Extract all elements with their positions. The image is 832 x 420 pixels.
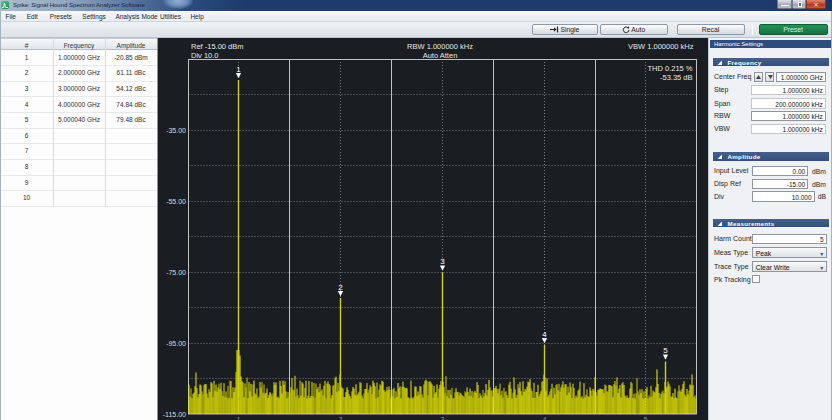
svg-text:THD 0.215 %: THD 0.215 % [647,64,692,73]
svg-text:2: 2 [339,416,343,420]
svg-text:-75.00: -75.00 [166,269,186,276]
svg-text:Div 10.0: Div 10.0 [191,51,219,60]
svg-text:4: 4 [542,330,547,339]
svg-text:3: 3 [441,416,445,420]
svg-text:5: 5 [644,416,648,420]
svg-text:1: 1 [236,65,241,74]
svg-text:1: 1 [237,416,241,420]
svg-text:RBW 1.000000 kHz: RBW 1.000000 kHz [407,42,473,51]
svg-text:3: 3 [440,257,445,266]
svg-text:-95.00: -95.00 [166,340,186,347]
svg-text:-115.00: -115.00 [163,411,186,418]
svg-text:-53.35 dB: -53.35 dB [660,73,693,82]
svg-text:5: 5 [663,346,668,355]
svg-text:2: 2 [338,283,343,292]
svg-text:Auto Atten: Auto Atten [423,51,458,60]
svg-text:Ref -15.00 dBm: Ref -15.00 dBm [191,42,244,51]
svg-text:VBW 1.000000 kHz: VBW 1.000000 kHz [628,42,694,51]
svg-text:4: 4 [543,416,547,420]
svg-text:-55.00: -55.00 [166,198,186,205]
svg-text:-35.00: -35.00 [166,127,186,134]
